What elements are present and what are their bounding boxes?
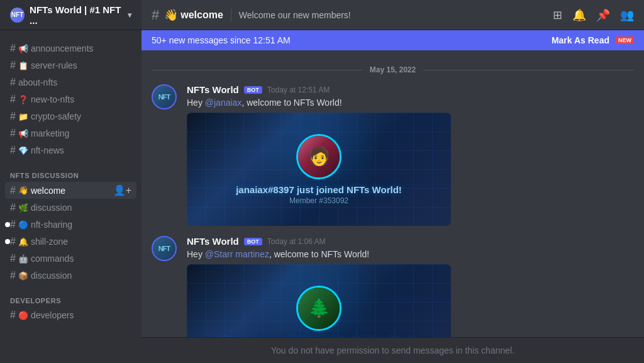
channel-name: nft-news [31, 145, 64, 155]
channel-name: commands [31, 254, 74, 264]
message-text-1: Hey @janaiax, welcome to NFTs World! [187, 98, 634, 108]
channel-item-developers[interactable]: # 🔴 developers [5, 307, 136, 323]
date-divider: May 15, 2022 [152, 65, 634, 74]
date-divider-text: May 15, 2022 [362, 65, 423, 74]
hash-icon: # [10, 128, 16, 139]
no-permission-bar: You do not have permission to send messa… [142, 337, 644, 363]
channel-name: nft-sharing [31, 220, 72, 230]
channel-name: discussion [31, 203, 72, 213]
channel-item-about-nfts[interactable]: # about-nfts [5, 74, 136, 91]
welcome-card-bg-1: 🧑 janaiax#8397 just joined NFTs World! M… [187, 113, 451, 226]
card-avatar-2: 🌲 [296, 286, 341, 331]
notification-dot [5, 239, 10, 244]
hash-icon: # [10, 219, 16, 230]
top-channels-section: # 📢 announcements # 📋 server-rules # abo… [0, 30, 142, 162]
mention-1: @janaiax [205, 98, 242, 108]
notification-dot [5, 222, 10, 227]
server-icon-text: NFT [11, 11, 23, 18]
channel-header: # 👋 welcome Welcome our new members! ⊞ 🔔… [142, 0, 644, 30]
welcome-card-1: 🧑 janaiax#8397 just joined NFTs World! M… [187, 113, 451, 226]
channel-item-commands[interactable]: # 🤖 commands [5, 250, 136, 267]
hash-icon: # [10, 60, 16, 71]
nft-world-avatar-2: NFT [152, 236, 177, 261]
hash-icon: # [10, 43, 16, 54]
hash-icon: # [10, 253, 16, 264]
chevron-down-icon: ▾ [128, 11, 131, 20]
header-divider [231, 9, 231, 21]
notification-settings-icon[interactable]: 🔔 [572, 8, 586, 22]
channel-name: crypto-safety [31, 111, 81, 121]
bot-badge-1: BOT [244, 86, 262, 94]
hash-icon: # [10, 77, 16, 88]
message-content-2: NFTs World BOT Today at 1:06 AM Hey @Sta… [187, 236, 634, 337]
messages-area: May 15, 2022 NFT NFTs World BOT Today at… [142, 50, 644, 337]
card-join-text-2: Starr martinez#7397 just joined NFTs Wor… [220, 336, 418, 338]
channel-item-discussion-1[interactable]: # 🌿 discussion [5, 199, 136, 216]
new-messages-banner[interactable]: 50+ new messages since 12:51 AM Mark As … [142, 30, 644, 50]
channel-name: discussion [31, 271, 72, 281]
nfts-discussion-section: NFTS DISCUSSION # 👋 welcome 👤+ # 🌿 discu… [0, 162, 142, 287]
message-header-1: NFTs World BOT Today at 12:51 AM [187, 84, 634, 95]
server-header[interactable]: NFT NFTs World | #1 NFT ... ▾ [0, 0, 142, 30]
message-content-1: NFTs World BOT Today at 12:51 AM Hey @ja… [187, 84, 634, 226]
no-permission-text: You do not have permission to send messa… [271, 345, 514, 355]
member-list-icon[interactable]: 👥 [620, 8, 634, 22]
bot-badge-2: BOT [244, 238, 262, 245]
channel-item-nft-sharing[interactable]: # 🔵 nft-sharing [5, 216, 136, 233]
mark-as-read-label: Mark As Read [552, 35, 609, 45]
pin-icon[interactable]: 📌 [596, 8, 610, 22]
hash-icon: # [10, 111, 16, 122]
channel-item-marketing[interactable]: # 📢 marketing [5, 125, 136, 142]
banner-text: 50+ new messages since 12:51 AM [152, 35, 552, 45]
channel-item-shill-zone[interactable]: # 🔔 shill-zone [5, 233, 136, 250]
message-header-2: NFTs World BOT Today at 1:06 AM [187, 236, 634, 247]
search-threads-icon[interactable]: ⊞ [553, 8, 562, 22]
channel-name: about-nfts [18, 77, 57, 87]
welcome-card-2: 🌲 Starr martinez#7397 just joined NFTs W… [187, 264, 451, 337]
header-description: Welcome our new members! [239, 10, 351, 20]
channel-name: marketing [31, 128, 69, 138]
hash-icon: # [10, 270, 16, 281]
mark-as-read-button[interactable]: Mark As Read NEW [552, 35, 634, 45]
main-content: # 👋 welcome Welcome our new members! ⊞ 🔔… [142, 0, 644, 363]
message-author-2: NFTs World [187, 236, 239, 247]
card-join-text-1: janaiax#8397 just joined NFTs World! [236, 184, 402, 195]
channel-item-crypto-safety[interactable]: # 📁 crypto-safety [5, 108, 136, 125]
channel-name: announcements [31, 43, 94, 53]
header-icons: ⊞ 🔔 📌 👥 [553, 8, 634, 22]
welcome-card-bg-2: 🌲 Starr martinez#7397 just joined NFTs W… [187, 264, 451, 337]
channel-item-server-rules[interactable]: # 📋 server-rules [5, 57, 136, 74]
channel-name: shill-zone [31, 237, 68, 247]
channel-item-welcome[interactable]: # 👋 welcome 👤+ [5, 182, 136, 199]
server-name: NFTs World | #1 NFT ... [30, 4, 128, 26]
hash-icon: # [10, 185, 16, 196]
channel-item-announcements[interactable]: # 📢 announcements [5, 40, 136, 57]
developers-section: DEVELOPERS # 🔴 developers [0, 287, 142, 327]
message-timestamp-2: Today at 1:06 AM [267, 237, 326, 246]
new-badge: NEW [616, 36, 634, 44]
header-channel-name: welcome [180, 9, 223, 21]
card-member-text-1: Member #353092 [236, 196, 402, 205]
hash-icon: # [10, 94, 16, 105]
section-label-nfts-discussion: NFTS DISCUSSION [5, 172, 136, 179]
message-timestamp-1: Today at 12:51 AM [267, 86, 330, 94]
channel-name: server-rules [31, 60, 77, 70]
hash-icon: # [10, 310, 16, 321]
message-author-1: NFTs World [187, 84, 239, 95]
channel-hash-icon: # [152, 7, 159, 23]
channel-item-discussion-2[interactable]: # 📦 discussion [5, 267, 136, 284]
channel-name: new-to-nfts [31, 94, 74, 104]
channel-name: welcome [31, 186, 65, 196]
hash-icon: # [10, 202, 16, 213]
sidebar: NFT NFTs World | #1 NFT ... ▾ # 📢 announ… [0, 0, 142, 363]
add-user-icon[interactable]: 👤+ [113, 184, 131, 196]
message-group-2: NFT NFTs World BOT Today at 1:06 AM Hey … [152, 236, 634, 337]
server-icon: NFT [10, 8, 25, 23]
card-avatar-1: 🧑 [296, 134, 341, 179]
channel-item-nft-news[interactable]: # 💎 nft-news [5, 142, 136, 159]
section-label-developers: DEVELOPERS [5, 297, 136, 304]
message-group-1: NFT NFTs World BOT Today at 12:51 AM Hey… [152, 84, 634, 226]
mention-2: @Starr martinez [205, 249, 269, 259]
channel-item-new-to-nfts[interactable]: # ❓ new-to-nfts [5, 91, 136, 108]
channel-emoji: 👋 [164, 8, 178, 22]
